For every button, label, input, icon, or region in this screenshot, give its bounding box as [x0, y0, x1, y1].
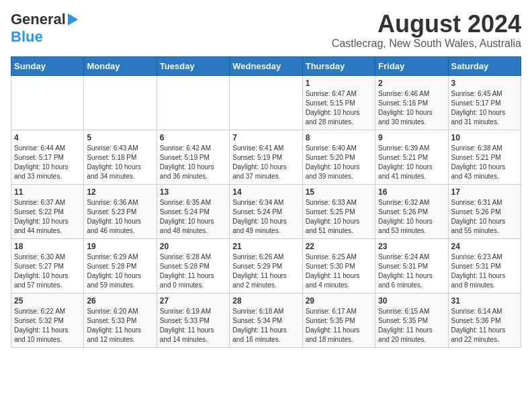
calendar-cell: 2Sunrise: 6:46 AM Sunset: 5:16 PM Daylig…: [375, 75, 448, 130]
calendar-cell: 15Sunrise: 6:33 AM Sunset: 5:25 PM Dayli…: [302, 184, 375, 238]
day-info: Sunrise: 6:33 AM Sunset: 5:25 PM Dayligh…: [306, 198, 372, 236]
weekday-header-thursday: Thursday: [302, 56, 375, 75]
day-number: 8: [306, 133, 372, 142]
calendar-cell: 14Sunrise: 6:34 AM Sunset: 5:24 PM Dayli…: [230, 184, 302, 238]
calendar-cell: 13Sunrise: 6:35 AM Sunset: 5:24 PM Dayli…: [157, 184, 229, 238]
day-info: Sunrise: 6:36 AM Sunset: 5:23 PM Dayligh…: [87, 198, 153, 236]
day-number: 4: [14, 133, 81, 142]
calendar-cell: 3Sunrise: 6:45 AM Sunset: 5:17 PM Daylig…: [448, 75, 521, 130]
day-number: 16: [378, 187, 445, 197]
day-info: Sunrise: 6:32 AM Sunset: 5:26 PM Dayligh…: [378, 198, 445, 236]
day-number: 5: [87, 133, 153, 142]
calendar-cell: 12Sunrise: 6:36 AM Sunset: 5:23 PM Dayli…: [84, 184, 157, 238]
calendar-cell: 30Sunrise: 6:15 AM Sunset: 5:35 PM Dayli…: [375, 293, 448, 347]
day-number: 25: [14, 296, 81, 306]
calendar-cell: 27Sunrise: 6:19 AM Sunset: 5:33 PM Dayli…: [157, 293, 229, 347]
logo-arrow-icon: [68, 13, 78, 26]
day-number: 30: [378, 296, 445, 306]
day-info: Sunrise: 6:22 AM Sunset: 5:32 PM Dayligh…: [14, 307, 81, 345]
day-number: 17: [451, 187, 518, 197]
day-info: Sunrise: 6:38 AM Sunset: 5:21 PM Dayligh…: [451, 144, 518, 181]
day-info: Sunrise: 6:39 AM Sunset: 5:21 PM Dayligh…: [378, 144, 445, 181]
day-info: Sunrise: 6:35 AM Sunset: 5:24 PM Dayligh…: [160, 198, 226, 236]
day-number: 26: [87, 296, 153, 306]
day-number: 11: [14, 187, 81, 197]
calendar-cell: 19Sunrise: 6:29 AM Sunset: 5:28 PM Dayli…: [84, 238, 157, 293]
weekday-header-row: SundayMondayTuesdayWednesdayThursdayFrid…: [11, 56, 521, 75]
day-number: 23: [378, 242, 445, 251]
day-number: 1: [306, 79, 372, 88]
page-header: General Blue August 2024 Castlecrag, New…: [11, 11, 521, 50]
day-info: Sunrise: 6:40 AM Sunset: 5:20 PM Dayligh…: [306, 144, 372, 181]
day-number: 22: [306, 242, 372, 251]
day-number: 28: [232, 296, 299, 306]
day-info: Sunrise: 6:19 AM Sunset: 5:33 PM Dayligh…: [160, 307, 226, 345]
day-info: Sunrise: 6:20 AM Sunset: 5:33 PM Dayligh…: [87, 307, 153, 345]
day-number: 10: [451, 133, 518, 142]
logo-blue: Blue: [11, 28, 43, 45]
weekday-header-friday: Friday: [375, 56, 448, 75]
calendar-week-5: 25Sunrise: 6:22 AM Sunset: 5:32 PM Dayli…: [11, 293, 521, 347]
day-info: Sunrise: 6:43 AM Sunset: 5:18 PM Dayligh…: [87, 144, 153, 181]
day-number: 13: [160, 187, 226, 197]
day-info: Sunrise: 6:45 AM Sunset: 5:17 PM Dayligh…: [451, 89, 518, 127]
day-number: 9: [378, 133, 445, 142]
day-number: 24: [451, 242, 518, 251]
calendar-cell: 16Sunrise: 6:32 AM Sunset: 5:26 PM Dayli…: [375, 184, 448, 238]
calendar-cell: 10Sunrise: 6:38 AM Sunset: 5:21 PM Dayli…: [448, 130, 521, 184]
calendar-cell: [11, 75, 84, 130]
day-number: 15: [306, 187, 372, 197]
calendar-week-4: 18Sunrise: 6:30 AM Sunset: 5:27 PM Dayli…: [11, 238, 521, 293]
calendar-cell: 18Sunrise: 6:30 AM Sunset: 5:27 PM Dayli…: [11, 238, 84, 293]
day-number: 2: [378, 79, 445, 88]
day-info: Sunrise: 6:31 AM Sunset: 5:26 PM Dayligh…: [451, 198, 518, 236]
day-info: Sunrise: 6:42 AM Sunset: 5:19 PM Dayligh…: [160, 144, 226, 181]
day-info: Sunrise: 6:18 AM Sunset: 5:34 PM Dayligh…: [232, 307, 299, 345]
day-number: 6: [160, 133, 226, 142]
calendar-cell: [157, 75, 229, 130]
logo-general: General: [11, 11, 66, 28]
day-info: Sunrise: 6:26 AM Sunset: 5:29 PM Dayligh…: [232, 253, 299, 290]
calendar-cell: 23Sunrise: 6:24 AM Sunset: 5:31 PM Dayli…: [375, 238, 448, 293]
day-number: 7: [232, 133, 299, 142]
calendar-cell: 8Sunrise: 6:40 AM Sunset: 5:20 PM Daylig…: [302, 130, 375, 184]
day-info: Sunrise: 6:29 AM Sunset: 5:28 PM Dayligh…: [87, 253, 153, 290]
day-info: Sunrise: 6:25 AM Sunset: 5:30 PM Dayligh…: [306, 253, 372, 290]
day-info: Sunrise: 6:41 AM Sunset: 5:19 PM Dayligh…: [232, 144, 299, 181]
calendar-week-2: 4Sunrise: 6:44 AM Sunset: 5:17 PM Daylig…: [11, 130, 521, 184]
subtitle: Castlecrag, New South Wales, Australia: [332, 38, 521, 50]
day-number: 18: [14, 242, 81, 251]
calendar-cell: 21Sunrise: 6:26 AM Sunset: 5:29 PM Dayli…: [230, 238, 302, 293]
day-info: Sunrise: 6:28 AM Sunset: 5:28 PM Dayligh…: [160, 253, 226, 290]
day-number: 29: [306, 296, 372, 306]
weekday-header-sunday: Sunday: [11, 56, 84, 75]
day-number: 27: [160, 296, 226, 306]
day-info: Sunrise: 6:15 AM Sunset: 5:35 PM Dayligh…: [378, 307, 445, 345]
weekday-header-monday: Monday: [84, 56, 157, 75]
day-number: 20: [160, 242, 226, 251]
logo: General Blue: [11, 11, 78, 46]
day-info: Sunrise: 6:17 AM Sunset: 5:35 PM Dayligh…: [306, 307, 372, 345]
calendar-cell: 29Sunrise: 6:17 AM Sunset: 5:35 PM Dayli…: [302, 293, 375, 347]
calendar-table: SundayMondayTuesdayWednesdayThursdayFrid…: [11, 56, 521, 348]
weekday-header-saturday: Saturday: [448, 56, 521, 75]
day-info: Sunrise: 6:30 AM Sunset: 5:27 PM Dayligh…: [14, 253, 81, 290]
day-info: Sunrise: 6:47 AM Sunset: 5:15 PM Dayligh…: [306, 89, 372, 127]
day-info: Sunrise: 6:37 AM Sunset: 5:22 PM Dayligh…: [14, 198, 81, 236]
calendar-cell: 9Sunrise: 6:39 AM Sunset: 5:21 PM Daylig…: [375, 130, 448, 184]
calendar-header: SundayMondayTuesdayWednesdayThursdayFrid…: [11, 56, 521, 75]
day-info: Sunrise: 6:44 AM Sunset: 5:17 PM Dayligh…: [14, 144, 81, 181]
day-info: Sunrise: 6:46 AM Sunset: 5:16 PM Dayligh…: [378, 89, 445, 127]
calendar-cell: [84, 75, 157, 130]
calendar-cell: 4Sunrise: 6:44 AM Sunset: 5:17 PM Daylig…: [11, 130, 84, 184]
day-number: 19: [87, 242, 153, 251]
day-number: 21: [232, 242, 299, 251]
calendar-cell: 6Sunrise: 6:42 AM Sunset: 5:19 PM Daylig…: [157, 130, 229, 184]
calendar-cell: 25Sunrise: 6:22 AM Sunset: 5:32 PM Dayli…: [11, 293, 84, 347]
day-info: Sunrise: 6:34 AM Sunset: 5:24 PM Dayligh…: [232, 198, 299, 236]
calendar-cell: 17Sunrise: 6:31 AM Sunset: 5:26 PM Dayli…: [448, 184, 521, 238]
calendar-week-1: 1Sunrise: 6:47 AM Sunset: 5:15 PM Daylig…: [11, 75, 521, 130]
calendar-cell: 26Sunrise: 6:20 AM Sunset: 5:33 PM Dayli…: [84, 293, 157, 347]
day-number: 14: [232, 187, 299, 197]
calendar-cell: [230, 75, 302, 130]
